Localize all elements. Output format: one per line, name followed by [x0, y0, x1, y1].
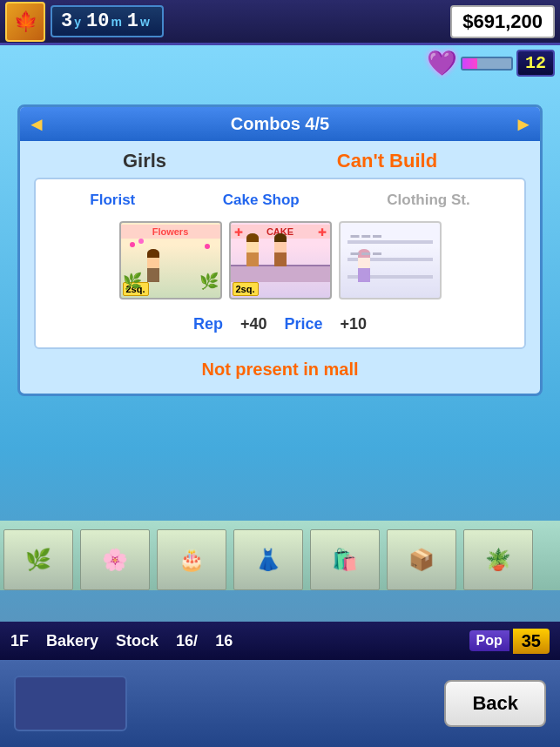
- combos-title: Combos 4/5: [231, 114, 329, 134]
- shop-panel: Florist Cake Shop Clothing St. Flowers 2…: [34, 178, 526, 349]
- pop-value: 35: [513, 629, 550, 654]
- store-item: 📦: [387, 529, 456, 590]
- store-item: 🛍️: [310, 529, 380, 590]
- store-scene: 🌿 🌸 🎂 👗 🛍️ 📦 🪴: [0, 521, 560, 590]
- stock-max: 16: [215, 632, 233, 650]
- florist-image[interactable]: Flowers 2sq. 🌿 🌿: [119, 221, 222, 299]
- price-value: +10: [341, 315, 368, 333]
- stock-current: 16/: [176, 632, 198, 650]
- top-bar: 🍁 3 y 10 m 1 w $691,200: [0, 0, 560, 45]
- gender-row: Girls Can't Build: [20, 141, 540, 178]
- shop-images: Flowers 2sq. 🌿 🌿 CAKE: [46, 221, 514, 299]
- money-display: $691,200: [450, 5, 555, 38]
- not-present-message: Not present in mall: [20, 360, 540, 380]
- store-item: 🪴: [463, 529, 533, 590]
- cant-build-label: Can't Build: [337, 150, 437, 172]
- stats-row: Rep +40 Price +10: [46, 312, 514, 337]
- store-item: 🌿: [3, 529, 73, 590]
- store-item: 🌸: [80, 529, 150, 590]
- weeks-value: 1: [127, 10, 138, 32]
- next-button[interactable]: ►: [514, 113, 533, 136]
- combo-dialog: ◄ Combos 4/5 ► Girls Can't Build Florist…: [17, 104, 543, 396]
- heart-meter: [461, 57, 513, 71]
- heart-fill: [462, 58, 477, 69]
- status-bar: 1F Bakery Stock 16/ 16 Pop 35: [0, 622, 560, 660]
- heart-icon: 💜: [427, 49, 457, 77]
- years-value: 3: [61, 10, 72, 32]
- store-item: 🎂: [157, 529, 226, 590]
- heart-bar: 💜 12: [427, 49, 555, 77]
- rep-value: +40: [240, 315, 267, 333]
- cake-sq: 2sq.: [233, 282, 259, 296]
- months-label: m: [111, 15, 121, 29]
- years-label: y: [74, 15, 81, 29]
- bottom-area: Back: [0, 660, 560, 747]
- date-display: 3 y 10 m 1 w: [51, 5, 164, 37]
- pop-label: Pop: [469, 630, 509, 651]
- gender-label: Girls: [123, 150, 166, 172]
- empty-slot: [14, 676, 127, 731]
- prev-button[interactable]: ◄: [27, 113, 46, 136]
- rep-label: Rep: [193, 315, 223, 333]
- level-badge: 12: [516, 50, 555, 77]
- cake-shop-image[interactable]: CAKE 2sq. ✚ ✚: [229, 221, 332, 299]
- clothing-image[interactable]: ▬ ▬ ▬ ▬ ▬ ▬: [339, 221, 442, 299]
- pop-badge: Pop 35: [469, 629, 550, 654]
- months-value: 10: [86, 10, 109, 32]
- back-button[interactable]: Back: [444, 680, 546, 727]
- store-item: 👗: [233, 529, 303, 590]
- florist-label: Flowers: [121, 225, 220, 239]
- tab-florist[interactable]: Florist: [86, 190, 138, 211]
- shop-tabs: Florist Cake Shop Clothing St.: [46, 190, 514, 211]
- tab-cake-shop[interactable]: Cake Shop: [219, 190, 303, 211]
- tab-clothing[interactable]: Clothing St.: [383, 190, 473, 211]
- game-icon: 🍁: [5, 2, 45, 42]
- floor-indicator: 1F: [10, 632, 29, 650]
- weeks-label: w: [140, 15, 150, 29]
- store-type: Bakery: [46, 632, 98, 650]
- dialog-title-bar: ◄ Combos 4/5 ►: [20, 107, 540, 141]
- stock-label: Stock: [116, 632, 159, 650]
- price-label: Price: [284, 315, 322, 333]
